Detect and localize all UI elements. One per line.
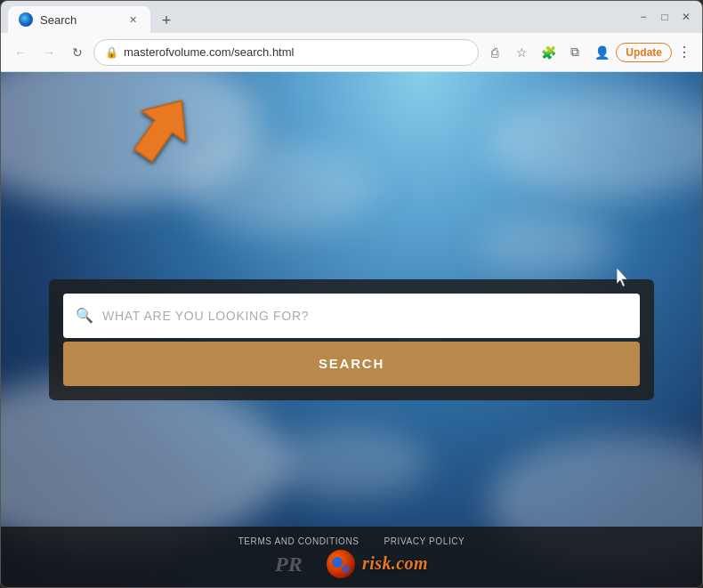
nav-right-icons: ⎙ ☆ 🧩 ⧉ 👤 Update ⋮ xyxy=(482,40,695,65)
footer-links: TERMS AND CONDITIONS PRIVACY POLICY xyxy=(238,536,465,546)
bookmark-icon[interactable]: ☆ xyxy=(509,40,534,65)
active-tab[interactable]: Search ✕ xyxy=(8,6,150,33)
forward-button[interactable]: → xyxy=(36,40,61,65)
maximize-button[interactable]: □ xyxy=(656,8,674,26)
page-content: 🔍 WHAT ARE YOU LOOKING FOR? SEARCH TERMS… xyxy=(1,72,702,587)
security-lock-icon: 🔒 xyxy=(105,46,118,59)
minimize-button[interactable]: − xyxy=(634,8,652,26)
tab-strip: Search ✕ + xyxy=(8,1,634,33)
footer-brand-text: risk.com xyxy=(362,553,428,574)
cloud-2 xyxy=(489,90,702,197)
footer-ball-icon xyxy=(327,550,355,578)
search-input-container[interactable]: 🔍 WHAT ARE YOU LOOKING FOR? xyxy=(63,293,640,337)
privacy-link[interactable]: PRIVACY POLICY xyxy=(384,536,465,546)
footer-logo-area: PR risk.com xyxy=(275,550,428,578)
url-text: masterofvolume.com/search.html xyxy=(124,45,467,59)
navigation-bar: ← → ↻ 🔒 masterofvolume.com/search.html ⎙… xyxy=(1,33,702,72)
tab-favicon xyxy=(19,12,33,27)
tab-close-button[interactable]: ✕ xyxy=(125,12,140,27)
window-controls: − □ ✕ xyxy=(634,8,695,26)
update-button[interactable]: Update xyxy=(616,43,672,62)
svg-marker-0 xyxy=(125,90,197,170)
title-bar: Search ✕ + − □ ✕ xyxy=(1,1,702,33)
new-tab-button[interactable]: + xyxy=(154,8,179,33)
footer-pr-logo-icon: PR xyxy=(275,552,319,576)
browser-menu-button[interactable]: ⋮ xyxy=(674,40,695,65)
back-button[interactable]: ← xyxy=(8,40,33,65)
search-widget: 🔍 WHAT ARE YOU LOOKING FOR? SEARCH xyxy=(49,278,654,399)
profile-icon[interactable]: 👤 xyxy=(589,40,614,65)
share-icon[interactable]: ⎙ xyxy=(482,40,507,65)
search-placeholder-text: WHAT ARE YOU LOOKING FOR? xyxy=(102,308,309,322)
svg-text:PR: PR xyxy=(275,552,303,576)
cloud-6 xyxy=(268,427,428,498)
search-submit-button[interactable]: SEARCH xyxy=(63,341,640,385)
split-view-icon[interactable]: ⧉ xyxy=(562,40,587,65)
tab-title: Search xyxy=(40,13,118,27)
extensions-icon[interactable]: 🧩 xyxy=(536,40,561,65)
close-button[interactable]: ✕ xyxy=(677,8,695,26)
orange-arrow-icon xyxy=(125,90,197,170)
address-bar[interactable]: 🔒 masterofvolume.com/search.html xyxy=(93,39,479,66)
search-glass-icon: 🔍 xyxy=(76,307,93,324)
cloud-7 xyxy=(480,214,613,277)
cloud-4 xyxy=(1,374,286,552)
page-footer: TERMS AND CONDITIONS PRIVACY POLICY PR r… xyxy=(1,527,702,587)
browser-window: Search ✕ + − □ ✕ ← → ↻ 🔒 masterofvolume.… xyxy=(0,0,703,588)
cloud-3 xyxy=(179,143,375,232)
refresh-button[interactable]: ↻ xyxy=(65,40,90,65)
terms-link[interactable]: TERMS AND CONDITIONS xyxy=(238,536,360,546)
search-button-row: SEARCH xyxy=(63,341,640,385)
